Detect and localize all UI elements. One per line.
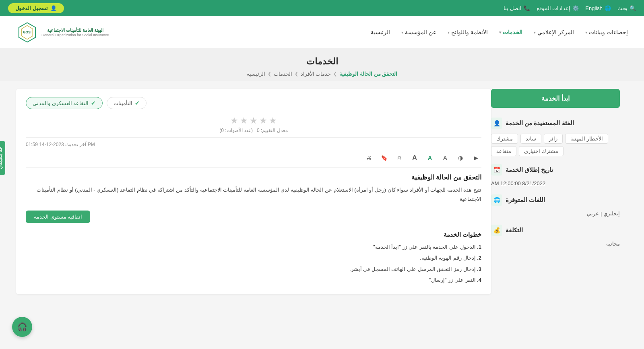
- star-2[interactable]: ★: [240, 116, 248, 126]
- breadcrumb: التحقق من الحالة الوظيفية ❯ خدمات الأفرا…: [16, 71, 628, 77]
- rating-value: 0: [257, 128, 260, 133]
- tab-military-retirement[interactable]: ✔ التقاعد العسكري والمدني: [26, 97, 103, 109]
- launch-date-value: AM 12:00:00 8/21/2022: [491, 180, 620, 186]
- font-size-button[interactable]: A: [440, 152, 451, 163]
- main-nav: إحصاءات وبيانات ▾ المركز الإعلامي ▾ الخد…: [371, 29, 628, 35]
- font-green-button[interactable]: A: [424, 152, 436, 163]
- settings-icon: ⚙️: [572, 5, 579, 11]
- site-settings-label: إعدادات الموقع: [537, 5, 571, 11]
- search-label: بحث: [617, 5, 627, 11]
- step-1: الدخول على الخدمة بالنقر على زر "ابدأ ال…: [26, 242, 481, 252]
- cost-icon: 💰: [491, 225, 502, 236]
- nav-about-label: عن المؤسسة: [405, 29, 436, 35]
- nav-media[interactable]: المركز الإعلامي ▾: [534, 29, 574, 35]
- tag-sanad: ساند: [520, 134, 541, 144]
- right-panel: ✔ التأمينات ✔ التقاعد العسكري والمدني ★ …: [16, 89, 491, 294]
- contrast-button[interactable]: ◑: [455, 152, 466, 163]
- launch-date-title: تاريخ إطلاق الخدمة 📅: [491, 164, 620, 176]
- feedback-tab[interactable]: قم بتقييمي: [0, 141, 5, 174]
- languages-icon: 🌐: [491, 194, 502, 206]
- login-icon: 👤: [50, 5, 57, 11]
- step-3: إدخال رمز التحقق المرسل على الهاتف المسج…: [26, 264, 481, 274]
- steps-heading: خطوات الخدمة: [26, 231, 481, 238]
- top-bar: 🔍 بحث 🌐 English ⚙️ إعدادات الموقع 📞 اتصل…: [0, 0, 644, 16]
- breadcrumb-individuals[interactable]: خدمات الأفراد: [301, 71, 331, 77]
- page-title: الخدمات: [16, 56, 628, 67]
- tab-military-label: التقاعد العسكري والمدني: [33, 100, 89, 106]
- beneficiary-title: الفئة المستفيدة من الخدمة 👤: [491, 118, 620, 129]
- page-title-bar: الخدمات التحقق من الحالة الوظيفية ❯ خدما…: [0, 48, 644, 81]
- steps-list: الدخول على الخدمة بالنقر على زر "ابدأ ال…: [26, 242, 481, 285]
- english-item[interactable]: 🌐 English: [585, 5, 611, 11]
- chevron-down-icon: ▾: [448, 30, 450, 35]
- rating-label: معدل التقييم:: [261, 128, 288, 133]
- service-description: تتيح هذه الخدمة للجهات أو الأفراد سواء ك…: [26, 185, 481, 204]
- last-updated: آخر تحديث 2023-12-14 01:59 PM: [26, 142, 481, 147]
- top-bar-left: 👤 تسجيل الدخول: [8, 3, 64, 13]
- tag-visitor: زائر: [544, 134, 563, 144]
- rating-text: معدل التقييم: 0 (عدد الأصوات: 0): [26, 128, 481, 133]
- english-label: English: [585, 5, 603, 11]
- play-button[interactable]: ▶: [470, 152, 481, 163]
- nav-home-label: الرئيسية: [371, 29, 390, 35]
- tag-retired: متقاعد: [491, 146, 516, 156]
- header: إحصاءات وبيانات ▾ المركز الإعلامي ▾ الخد…: [0, 16, 644, 48]
- beneficiary-section: الفئة المستفيدة من الخدمة 👤 الأخطار المه…: [491, 118, 620, 156]
- search-item[interactable]: 🔍 بحث: [617, 5, 636, 11]
- nav-about[interactable]: عن المؤسسة ▾: [401, 29, 436, 35]
- login-button[interactable]: 👤 تسجيل الدخول: [8, 3, 64, 13]
- languages-section: اللغات المتوفرة 🌐 إنجليزي | عربي: [491, 194, 620, 217]
- tag-optional-subscriber: مشترك اختياري: [519, 146, 564, 156]
- divider: [26, 137, 481, 138]
- service-tabs: ✔ التأمينات ✔ التقاعد العسكري والمدني: [26, 97, 481, 109]
- nav-home[interactable]: الرئيسية: [371, 29, 390, 35]
- beneficiary-icon: 👤: [491, 118, 502, 129]
- phone-icon: 📞: [524, 5, 530, 11]
- nav-stats-label: إحصاءات وبيانات: [589, 29, 628, 35]
- star-3[interactable]: ★: [250, 116, 258, 126]
- font-larger-button[interactable]: A: [409, 152, 420, 163]
- languages-title-text: اللغات المتوفرة: [506, 196, 545, 204]
- beneficiary-title-text: الفئة المستفيدة من الخدمة: [506, 120, 574, 127]
- star-5[interactable]: ★: [269, 116, 277, 126]
- service-title: التحقق من الحالة الوظيفية: [26, 173, 481, 181]
- check-icon: ✔: [91, 100, 96, 106]
- nav-media-label: المركز الإعلامي: [537, 29, 574, 35]
- tab-insurance-label: التأمينات: [114, 100, 132, 106]
- nav-services-label: الخدمات: [503, 29, 522, 35]
- languages-title: اللغات المتوفرة 🌐: [491, 194, 620, 206]
- language-icon: 🌐: [605, 5, 611, 11]
- steps-area: خطوات الخدمة الدخول على الخدمة بالنقر عل…: [26, 231, 481, 285]
- star-1[interactable]: ★: [230, 116, 238, 126]
- languages-value: إنجليزي | عربي: [491, 211, 620, 217]
- service-level-area: اتفاقية مستوى الخدمة: [26, 211, 481, 227]
- breadcrumb-services[interactable]: الخدمات: [274, 71, 292, 77]
- chevron-down-icon: ▾: [401, 30, 403, 35]
- print-button[interactable]: 🖨: [363, 152, 374, 163]
- nav-services[interactable]: الخدمات ▾: [499, 29, 522, 35]
- search-icon: 🔍: [630, 5, 636, 11]
- calendar-icon: 📅: [491, 164, 502, 176]
- nav-regulations[interactable]: الأنظمة واللوائح ▾: [448, 29, 488, 35]
- breadcrumb-sep: ❯: [295, 71, 298, 76]
- beneficiary-tags: الأخطار المهنية زائر ساند مشترك مشترك اخ…: [491, 134, 620, 156]
- cost-value: مجانية: [491, 241, 620, 247]
- site-settings-item[interactable]: ⚙️ إعدادات الموقع: [537, 5, 579, 11]
- bookmark-button[interactable]: 🔖: [378, 152, 390, 163]
- star-4[interactable]: ★: [259, 116, 267, 126]
- contact-label: اتصل بنا: [504, 5, 522, 11]
- share-button[interactable]: ⎙: [394, 152, 405, 163]
- breadcrumb-sep: ❯: [268, 71, 271, 76]
- tab-insurance[interactable]: ✔ التأمينات: [107, 97, 147, 109]
- start-service-button[interactable]: ابدأ الخدمة: [491, 89, 620, 108]
- breadcrumb-sep: ❯: [333, 71, 337, 76]
- nav-stats[interactable]: إحصاءات وبيانات ▾: [585, 29, 628, 35]
- service-level-button[interactable]: اتفاقية مستوى الخدمة: [26, 211, 90, 223]
- contact-item[interactable]: 📞 اتصل بنا: [504, 5, 530, 11]
- cost-title-text: التكلفة: [506, 227, 523, 234]
- breadcrumb-current: التحقق من الحالة الوظيفية: [339, 71, 397, 77]
- logo: الهيئة العامة للتأمينات الاجتماعية Gener…: [16, 21, 109, 43]
- stars[interactable]: ★ ★ ★ ★ ★: [26, 116, 481, 126]
- step-2: إدخال رقم الهوية الوطنية.: [26, 253, 481, 262]
- breadcrumb-home[interactable]: الرئيسية: [247, 71, 265, 77]
